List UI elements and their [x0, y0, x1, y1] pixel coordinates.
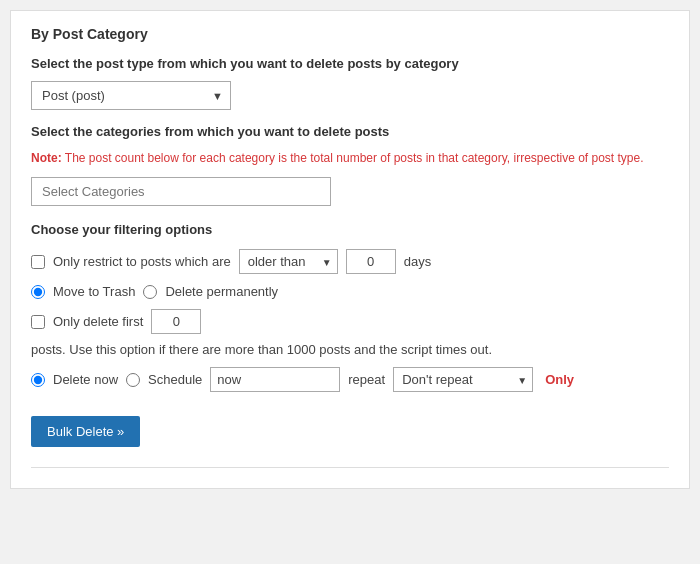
post-type-select[interactable]: Post (post) — [31, 81, 231, 110]
delete-permanently-radio[interactable] — [143, 285, 157, 299]
limit-checkbox[interactable] — [31, 315, 45, 329]
move-to-trash-radio[interactable] — [31, 285, 45, 299]
section-title: By Post Category — [31, 26, 669, 42]
delete-now-label: Delete now — [53, 372, 118, 387]
age-filter-row: Only restrict to posts which are older t… — [31, 249, 669, 274]
note-content: The post count below for each category i… — [65, 151, 644, 165]
age-filter-prefix: Only restrict to posts which are — [53, 254, 231, 269]
age-filter-dropdown-wrapper: older than newer than ▼ — [239, 249, 338, 274]
categories-label: Select the categories from which you wan… — [31, 124, 669, 139]
note-label: Note: — [31, 151, 62, 165]
post-type-dropdown-wrapper: Post (post) ▼ — [31, 81, 231, 110]
limit-row: Only delete first posts. Use this option… — [31, 309, 669, 357]
move-to-trash-label: Move to Trash — [53, 284, 135, 299]
days-suffix: days — [404, 254, 431, 269]
age-filter-checkbox[interactable] — [31, 255, 45, 269]
repeat-select[interactable]: Don't repeat Daily Weekly Monthly — [393, 367, 533, 392]
days-input[interactable] — [346, 249, 396, 274]
filter-label: Choose your filtering options — [31, 222, 669, 237]
schedule-label: Schedule — [148, 372, 202, 387]
only-text: Only — [545, 372, 574, 387]
limit-prefix: Only delete first — [53, 314, 143, 329]
repeat-dropdown-wrapper: Don't repeat Daily Weekly Monthly ▼ — [393, 367, 533, 392]
age-filter-select[interactable]: older than newer than — [239, 249, 338, 274]
limit-input[interactable] — [151, 309, 201, 334]
delete-now-radio[interactable] — [31, 373, 45, 387]
schedule-row: Delete now Schedule repeat Don't repeat … — [31, 367, 669, 392]
repeat-text: repeat — [348, 372, 385, 387]
bottom-divider — [31, 467, 669, 468]
bulk-delete-button[interactable]: Bulk Delete » — [31, 416, 140, 447]
trash-row: Move to Trash Delete permanently — [31, 284, 669, 299]
schedule-radio[interactable] — [126, 373, 140, 387]
limit-suffix: posts. Use this option if there are more… — [31, 342, 492, 357]
post-type-label: Select the post type from which you want… — [31, 56, 669, 71]
delete-permanently-label: Delete permanently — [165, 284, 278, 299]
categories-input[interactable] — [31, 177, 331, 206]
schedule-input[interactable] — [210, 367, 340, 392]
note-text: Note: The post count below for each cate… — [31, 149, 669, 167]
